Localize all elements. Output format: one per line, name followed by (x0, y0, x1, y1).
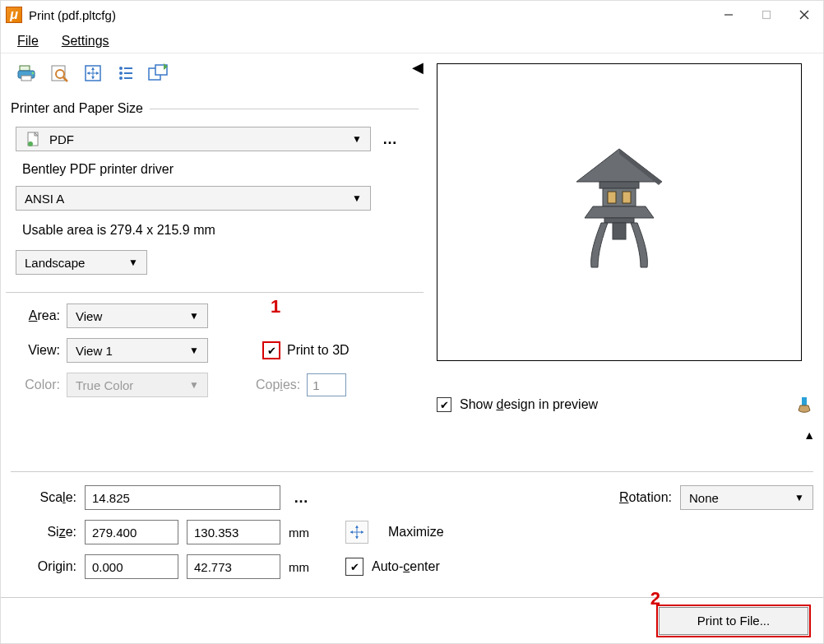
view-value: View 1 (76, 344, 113, 358)
print-to-3d-label: Print to 3D (287, 343, 350, 358)
color-label: Color: (11, 378, 60, 392)
toolbar-update-button[interactable] (146, 62, 172, 85)
origin-x-input[interactable]: 0.000 (85, 554, 178, 579)
svg-point-14 (119, 67, 123, 70)
svg-marker-30 (585, 206, 654, 218)
toolbar-fit-button[interactable] (80, 62, 106, 85)
print-preview-icon (49, 63, 71, 83)
toolbar-preview-button[interactable] (47, 62, 73, 85)
printer-group-header: Printer and Paper Size (11, 98, 419, 119)
svg-point-18 (119, 76, 123, 80)
rotation-label: Rotation: (619, 490, 672, 505)
show-design-label: Show design in preview (460, 397, 598, 412)
collapse-left-arrow-icon[interactable]: ◀ (412, 58, 424, 76)
print-attributes-icon (116, 63, 136, 83)
rotation-value: None (689, 491, 719, 505)
app-icon: μ (6, 7, 22, 23)
area-combo[interactable]: View ▼ (67, 303, 208, 328)
paper-size-combo[interactable]: ANSI A ▼ (16, 186, 371, 211)
menu-settings-label: Settings (62, 34, 109, 48)
collapse-up-arrow-icon[interactable]: ▲ (803, 429, 815, 442)
printer-driver-combo[interactable]: PDF ▼ (16, 127, 371, 151)
origin-unit: mm (289, 560, 309, 574)
color-combo: True Color ▼ (67, 373, 208, 397)
fit-view-icon (83, 63, 103, 83)
right-panel: Show design in preview ▲ (428, 53, 823, 463)
svg-point-23 (28, 141, 33, 146)
svg-point-16 (119, 72, 123, 75)
printer-more-button[interactable]: … (377, 131, 402, 148)
size-unit: mm (289, 526, 309, 540)
toolbar-print-button[interactable] (14, 62, 40, 85)
separator (6, 292, 424, 293)
rotation-combo[interactable]: None ▼ (680, 485, 813, 510)
print-to-3d-checkbox[interactable] (262, 341, 280, 359)
printer-driver-value: PDF (49, 132, 74, 146)
maximize-icon (762, 10, 771, 20)
svg-rect-6 (21, 76, 31, 81)
size-height-input[interactable]: 130.353 (187, 520, 280, 544)
separator (11, 471, 813, 472)
auto-center-checkbox[interactable] (345, 558, 363, 576)
menu-settings[interactable]: Settings (52, 30, 119, 52)
dialog-content: ◀ Printer and Paper Size PDF ▼ … (1, 53, 823, 643)
print-dialog-window: μ Print (pdf.pltcfg) File Settings (0, 0, 824, 644)
scale-more-button[interactable]: … (289, 489, 313, 507)
paper-size-value: ANSI A (25, 192, 64, 206)
toolbar: ◀ (11, 53, 419, 90)
dialog-footer: 2 Print to File... (1, 597, 823, 643)
driver-description: Bentley PDF printer driver (11, 154, 419, 178)
print-to-file-button[interactable]: Print to File... (659, 607, 808, 635)
svg-rect-26 (599, 182, 639, 188)
origin-label: Origin: (11, 559, 76, 574)
maximize-icon (349, 524, 365, 540)
show-design-checkbox[interactable] (437, 397, 451, 412)
svg-rect-31 (604, 218, 634, 223)
svg-point-7 (32, 72, 35, 75)
view-label: View: (11, 343, 60, 358)
update-from-view-icon (147, 63, 170, 83)
preview-model-lantern (562, 142, 677, 282)
maximize-button[interactable] (748, 2, 785, 27)
minimize-button[interactable] (710, 2, 748, 27)
copies-label: Copies: (256, 378, 300, 392)
svg-rect-28 (608, 192, 616, 203)
auto-center-label: Auto-center (372, 559, 440, 574)
origin-y-input[interactable]: 42.773 (187, 554, 280, 579)
svg-rect-1 (763, 12, 771, 19)
svg-rect-4 (20, 66, 30, 71)
pdf-file-icon (25, 130, 43, 148)
scale-input[interactable]: 14.825 (85, 485, 280, 510)
size-width-input[interactable]: 279.400 (85, 520, 178, 544)
chevron-down-icon: ▼ (794, 492, 804, 503)
chevron-down-icon: ▼ (128, 257, 138, 268)
toolbar-attributes-button[interactable] (113, 62, 139, 85)
size-label: Size: (11, 525, 76, 540)
chevron-down-icon: ▼ (352, 192, 362, 204)
close-icon (799, 9, 810, 21)
area-label: Area: (11, 308, 60, 323)
copies-input: 1 (307, 373, 346, 396)
maximize-button[interactable] (345, 521, 368, 544)
view-combo[interactable]: View 1 ▼ (67, 338, 208, 363)
chevron-down-icon: ▼ (352, 133, 362, 145)
left-panel: ◀ Printer and Paper Size PDF ▼ … (1, 53, 428, 463)
chevron-down-icon: ▼ (189, 345, 199, 356)
print-preview-area[interactable] (437, 63, 802, 361)
svg-rect-29 (623, 192, 631, 203)
svg-rect-32 (613, 223, 626, 239)
maximize-label: Maximize (388, 525, 444, 540)
close-button[interactable] (785, 2, 823, 27)
menu-file[interactable]: File (7, 30, 49, 52)
resymbolization-brush-icon[interactable] (795, 396, 813, 414)
titlebar: μ Print (pdf.pltcfg) (1, 1, 823, 29)
orientation-combo[interactable]: Landscape ▼ (16, 250, 147, 275)
chevron-down-icon: ▼ (189, 310, 199, 322)
minimize-icon (724, 10, 734, 20)
printer-group-title: Printer and Paper Size (11, 101, 143, 116)
menu-file-label: File (17, 34, 39, 48)
menubar: File Settings (1, 29, 823, 53)
chevron-down-icon: ▼ (189, 379, 199, 391)
scale-label: Scale: (11, 490, 76, 505)
usable-area-text: Usable area is 279.4 x 215.9 mm (11, 213, 419, 243)
